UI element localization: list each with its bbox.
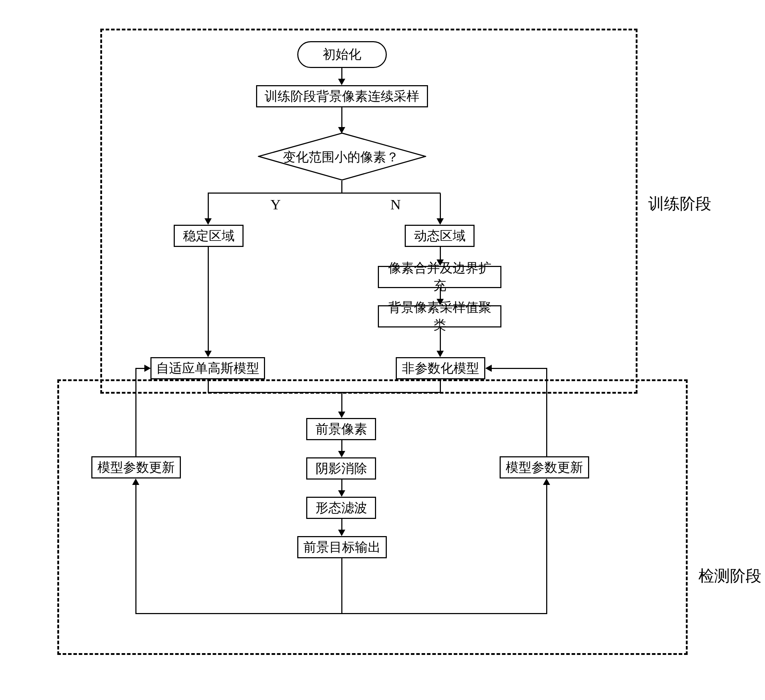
- arrow: [440, 193, 441, 220]
- detection-phase-label: 检测阶段: [698, 565, 762, 587]
- sampling-node: 训练阶段背景像素连续采样: [256, 85, 428, 107]
- arrow: [208, 379, 209, 392]
- arrow: [208, 247, 209, 353]
- y-label: Y: [271, 196, 281, 213]
- arrow: [208, 392, 441, 393]
- training-phase-label: 训练阶段: [648, 193, 711, 214]
- arrow-head: [144, 365, 151, 372]
- n-label: N: [390, 196, 401, 213]
- init-node: 初始化: [297, 41, 387, 68]
- arrow: [440, 328, 441, 353]
- arrow-head: [205, 351, 212, 357]
- arrow: [208, 193, 441, 194]
- arrow: [341, 181, 342, 193]
- arrow: [440, 379, 441, 393]
- morphological-node: 形态滤波: [306, 497, 376, 519]
- arrow: [135, 485, 137, 614]
- arrow: [546, 369, 547, 456]
- arrow-head: [338, 530, 345, 536]
- arrow: [341, 558, 342, 614]
- param-update-right-node: 模型参数更新: [500, 456, 589, 479]
- arrow-head: [205, 218, 212, 225]
- training-phase-box: [100, 29, 638, 394]
- arrow: [135, 613, 547, 614]
- arrow-head: [338, 490, 345, 497]
- arrow: [208, 193, 209, 220]
- arrow: [135, 369, 137, 456]
- pixel-merge-node: 像素合并及边界扩充: [378, 266, 501, 288]
- arrow-head: [132, 479, 139, 485]
- shadow-remove-node: 阴影消除: [306, 457, 376, 480]
- arrow-head: [543, 479, 550, 485]
- dynamic-region-node: 动态区域: [405, 225, 475, 247]
- stable-region-node: 稳定区域: [174, 225, 244, 247]
- arrow: [341, 107, 342, 129]
- arrow-head: [437, 351, 444, 357]
- flowchart-canvas: 训练阶段 检测阶段 初始化 训练阶段背景像素连续采样 变化范围小的像素？ Y N…: [0, 0, 765, 700]
- arrow: [546, 485, 547, 614]
- arrow-head: [437, 218, 444, 225]
- output-node: 前景目标输出: [297, 536, 387, 558]
- arrow-head: [338, 411, 345, 418]
- arrow: [341, 392, 342, 413]
- arrow: [440, 247, 441, 261]
- arrow: [491, 368, 547, 369]
- adaptive-gaussian-node: 自适应单高斯模型: [150, 357, 265, 379]
- decision-text: 变化范围小的像素？: [283, 149, 399, 166]
- param-update-left-node: 模型参数更新: [91, 456, 181, 479]
- arrow-head: [338, 79, 345, 85]
- nonparametric-node: 非参数化模型: [396, 357, 485, 379]
- foreground-pixel-node: 前景像素: [306, 418, 376, 440]
- clustering-node: 背景像素采样值聚类: [378, 305, 501, 328]
- arrow-head: [338, 451, 345, 457]
- arrow-head: [485, 365, 492, 372]
